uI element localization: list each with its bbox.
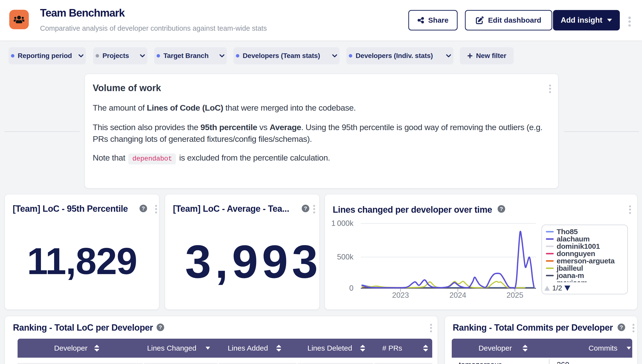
- svg-text:2023: 2023: [392, 291, 409, 300]
- svg-text:1 000k: 1 000k: [331, 219, 353, 228]
- svg-text:500k: 500k: [337, 253, 354, 261]
- svg-text:2025: 2025: [507, 291, 523, 300]
- svg-text:0: 0: [349, 284, 353, 292]
- svg-text:2024: 2024: [450, 291, 466, 300]
